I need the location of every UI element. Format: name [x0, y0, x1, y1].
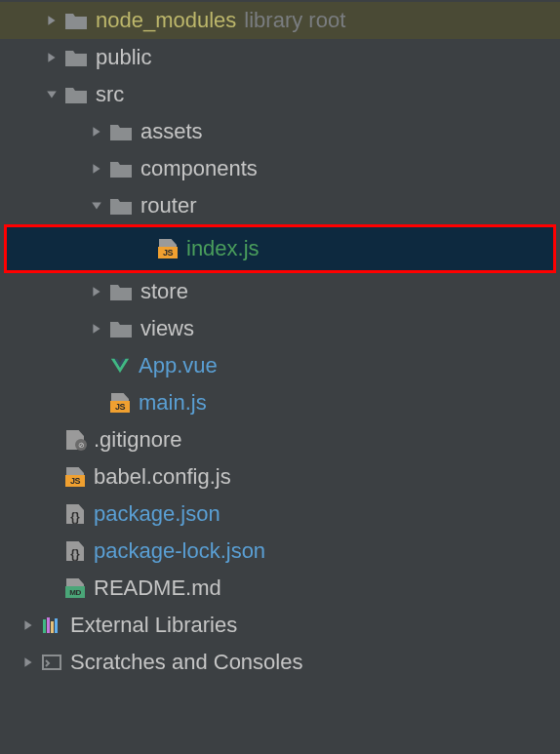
vue-file-icon: [109, 356, 131, 376]
tree-item-label: README.md: [94, 575, 221, 601]
js-file-icon: JS: [64, 467, 86, 487]
tree-item-label: App.vue: [139, 353, 218, 378]
tree-item-label: src: [96, 82, 124, 107]
svg-rect-0: [43, 619, 46, 633]
project-tree: node_modules library root public src ass…: [0, 0, 560, 681]
tree-item-label: store: [140, 279, 188, 304]
chevron-right-icon: [43, 52, 60, 63]
tree-item-src[interactable]: src: [0, 76, 560, 113]
tree-item-index-js[interactable]: JS index.js: [7, 227, 553, 270]
tree-item-store[interactable]: store: [0, 273, 560, 310]
tree-item-label: babel.config.js: [94, 464, 231, 490]
tree-item-gitignore[interactable]: ⊘ .gitignore: [0, 421, 560, 458]
tree-item-label: node_modules: [96, 8, 236, 33]
tree-item-main-js[interactable]: JS main.js: [0, 384, 560, 421]
tree-item-views[interactable]: views: [0, 310, 560, 347]
svg-rect-1: [47, 617, 50, 633]
external-libraries-icon: [41, 615, 62, 635]
json-file-icon: {}: [64, 504, 86, 524]
chevron-right-icon: [88, 163, 105, 175]
json-file-icon: {}: [64, 541, 86, 561]
tree-item-label: views: [140, 316, 194, 341]
js-file-icon: JS: [157, 239, 179, 258]
js-file-icon: JS: [109, 393, 131, 413]
tree-item-label: package-lock.json: [94, 538, 265, 564]
tree-item-app-vue[interactable]: App.vue: [0, 347, 560, 384]
chevron-down-icon: [43, 89, 60, 100]
chevron-right-icon: [88, 323, 105, 335]
tree-item-label: External Libraries: [70, 613, 237, 638]
tree-item-babel-config[interactable]: JS babel.config.js: [0, 458, 560, 496]
tree-item-label: main.js: [139, 390, 207, 416]
chevron-right-icon: [88, 286, 105, 298]
scratches-icon: [41, 653, 62, 672]
tree-item-label: components: [140, 156, 258, 181]
tree-item-hint: library root: [244, 8, 345, 33]
tree-item-label: public: [96, 45, 151, 70]
chevron-right-icon: [88, 126, 105, 138]
tree-item-router[interactable]: router: [0, 187, 560, 224]
tree-item-package-json[interactable]: {} package.json: [0, 496, 560, 533]
folder-icon: [109, 159, 133, 179]
svg-rect-3: [55, 618, 58, 633]
svg-rect-2: [51, 621, 54, 633]
svg-rect-4: [43, 655, 60, 669]
markdown-file-icon: MD: [64, 578, 86, 598]
tree-item-external-libraries[interactable]: External Libraries: [0, 607, 560, 644]
tree-item-components[interactable]: components: [0, 150, 560, 187]
tree-item-node-modules[interactable]: node_modules library root: [0, 2, 560, 39]
tree-item-label: router: [140, 193, 196, 218]
tree-item-package-lock[interactable]: {} package-lock.json: [0, 533, 560, 570]
tree-item-label: assets: [140, 119, 203, 144]
folder-icon: [64, 85, 88, 104]
chevron-down-icon: [88, 200, 105, 212]
gitignore-file-icon: ⊘: [64, 430, 86, 450]
folder-icon: [64, 11, 88, 30]
chevron-right-icon: [20, 619, 37, 631]
tree-item-scratches[interactable]: Scratches and Consoles: [0, 644, 560, 681]
folder-icon: [109, 122, 133, 141]
tree-item-assets[interactable]: assets: [0, 113, 560, 150]
highlight-box: JS index.js: [4, 224, 556, 273]
chevron-right-icon: [20, 656, 37, 668]
tree-item-label: Scratches and Consoles: [70, 650, 302, 675]
folder-icon: [64, 48, 88, 67]
tree-item-label: package.json: [94, 501, 220, 527]
tree-item-public[interactable]: public: [0, 39, 560, 76]
tree-item-label: index.js: [186, 236, 260, 261]
chevron-right-icon: [43, 15, 60, 26]
tree-item-label: .gitignore: [94, 427, 182, 453]
folder-icon: [109, 282, 133, 301]
tree-item-readme[interactable]: MD README.md: [0, 570, 560, 607]
folder-icon: [109, 319, 133, 338]
folder-icon: [109, 196, 133, 216]
